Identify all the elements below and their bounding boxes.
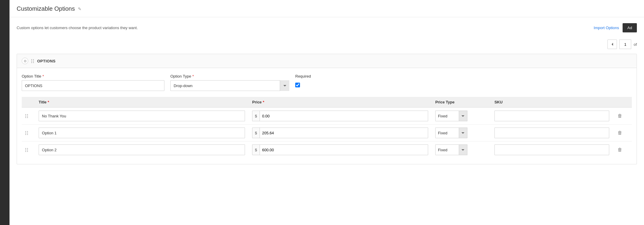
table-row: $ Fixed Percent xyxy=(22,108,632,125)
price-input[interactable] xyxy=(260,145,428,155)
options-table: Title Price Price Type SKU xyxy=(22,97,632,158)
sku-cell xyxy=(491,141,613,158)
options-form: Option Title * Option Type * xyxy=(17,68,637,164)
page-number-input[interactable] xyxy=(619,40,631,49)
row-title-input[interactable] xyxy=(39,128,245,138)
action-cell: 🗑 xyxy=(613,108,632,125)
pagination-bar: of xyxy=(10,37,644,51)
drag-dot xyxy=(27,114,28,115)
sku-input[interactable] xyxy=(494,128,609,138)
table-row: $ Fixed Percent xyxy=(22,125,632,141)
price-type-wrapper: Fixed Percent xyxy=(435,144,487,155)
delete-row-button[interactable]: 🗑 xyxy=(616,129,623,137)
price-type-select[interactable]: Fixed Percent xyxy=(435,111,459,121)
required-label: Required xyxy=(295,74,319,78)
row-title-input[interactable] xyxy=(39,111,245,121)
sku-cell xyxy=(491,108,613,125)
prev-page-button[interactable] xyxy=(607,40,617,49)
price-cell: $ xyxy=(249,125,432,141)
option-type-select[interactable]: Drop-down xyxy=(170,80,289,91)
row-title-input[interactable] xyxy=(39,144,245,155)
price-input[interactable] xyxy=(260,128,428,138)
option-type-select-wrapper: Drop-down xyxy=(170,80,289,91)
title-cell xyxy=(35,108,249,125)
required-group: Required xyxy=(295,74,319,87)
drag-dot xyxy=(27,151,28,152)
pricetype-cell: Fixed Percent xyxy=(432,141,491,158)
sku-cell xyxy=(491,125,613,141)
row-drag-dots xyxy=(25,148,32,152)
drag-dot xyxy=(27,131,28,132)
price-type-wrapper: Fixed Percent xyxy=(435,128,487,138)
drag-dot xyxy=(25,114,26,115)
table-row: $ Fixed Percent xyxy=(22,141,632,158)
title-cell xyxy=(35,125,249,141)
sku-input[interactable] xyxy=(494,111,609,121)
price-symbol: $ xyxy=(252,111,260,121)
delete-row-button[interactable]: 🗑 xyxy=(616,112,623,120)
drag-dot xyxy=(27,134,28,135)
drag-dot xyxy=(27,117,28,118)
panel-title: OPTIONS xyxy=(37,59,56,63)
drag-dot xyxy=(27,116,28,117)
drag-col-header xyxy=(22,97,35,108)
options-panel: ⊙ OPTIONS Option Title xyxy=(17,54,637,164)
drag-dot xyxy=(25,117,26,118)
row-drag-handle[interactable] xyxy=(22,108,35,125)
row-drag-handle[interactable] xyxy=(22,125,35,141)
price-input-wrapper: $ xyxy=(252,128,428,138)
pricetype-cell: Fixed Percent xyxy=(432,125,491,141)
drag-dot xyxy=(33,61,34,62)
collapse-button[interactable]: ⊙ xyxy=(22,58,28,64)
option-type-group: Option Type * Drop-down xyxy=(170,74,289,91)
row-drag-dots xyxy=(25,114,32,118)
chevron-down-icon xyxy=(461,115,464,117)
chevron-down-icon xyxy=(461,132,464,134)
price-input-wrapper: $ xyxy=(252,111,428,121)
page-of-text: of xyxy=(634,42,637,47)
drag-dot xyxy=(31,59,32,60)
chevron-down-icon xyxy=(461,149,464,151)
chevron-left-icon xyxy=(612,43,613,46)
price-type-select[interactable]: Fixed Percent xyxy=(435,144,459,155)
option-title-input[interactable] xyxy=(22,80,164,91)
options-panel-header: ⊙ OPTIONS xyxy=(17,54,637,68)
drag-dot xyxy=(27,150,28,150)
row-drag-handle[interactable] xyxy=(22,141,35,158)
drag-dot xyxy=(25,116,26,117)
options-table-section: Title Price Price Type SKU xyxy=(22,97,632,158)
panel-drag-handle[interactable] xyxy=(31,59,34,63)
sku-input[interactable] xyxy=(494,144,609,155)
edit-icon[interactable]: ✎ xyxy=(78,7,81,11)
price-type-select[interactable]: Fixed Percent xyxy=(435,128,459,138)
table-body: $ Fixed Percent xyxy=(22,108,632,158)
required-star: * xyxy=(43,74,44,78)
required-checkbox-wrapper xyxy=(295,83,319,87)
header-actions: Import Options Ad xyxy=(594,23,637,32)
pricetype-col-header: Price Type xyxy=(432,97,491,108)
title-col-header: Title xyxy=(35,97,249,108)
page-wrapper: Customizable Options ✎ Custom options le… xyxy=(0,0,644,225)
drag-dot xyxy=(25,151,26,152)
pricetype-cell: Fixed Percent xyxy=(432,108,491,125)
price-type-arrow-icon xyxy=(459,111,467,121)
drag-dot xyxy=(33,59,34,60)
drag-dot xyxy=(25,133,26,133)
price-symbol: $ xyxy=(252,128,260,138)
description-bar: Custom options let customers choose the … xyxy=(10,17,644,37)
price-cell: $ xyxy=(249,108,432,125)
price-input[interactable] xyxy=(260,111,428,121)
delete-row-button[interactable]: 🗑 xyxy=(616,146,623,154)
drag-dot xyxy=(31,62,32,63)
price-symbol: $ xyxy=(252,145,260,155)
drag-dot xyxy=(25,134,26,135)
page-title: Customizable Options xyxy=(17,5,75,12)
title-cell xyxy=(35,141,249,158)
option-title-label: Option Title * xyxy=(22,74,164,78)
drag-dot xyxy=(27,148,28,149)
add-button[interactable]: Ad xyxy=(623,23,637,32)
price-cell: $ xyxy=(249,141,432,158)
price-type-arrow-icon xyxy=(459,128,467,138)
required-checkbox[interactable] xyxy=(295,83,300,87)
import-options-link[interactable]: Import Options xyxy=(594,26,619,30)
